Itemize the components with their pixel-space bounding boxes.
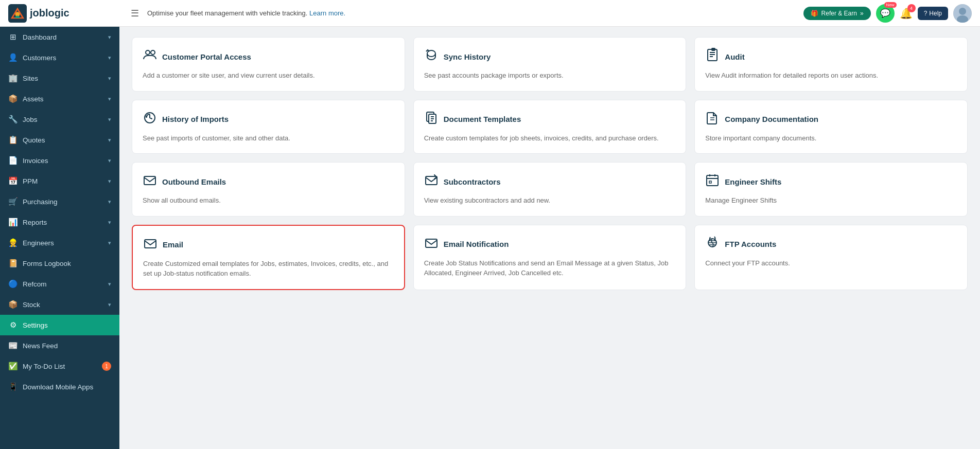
svg-rect-14 <box>144 176 155 185</box>
sidebar-label-news-feed: News Feed <box>23 342 58 350</box>
sidebar-item-jobs[interactable]: 🔧 Jobs ▾ <box>0 109 119 130</box>
top-header: joblogic ☰ Optimise your fleet managemen… <box>0 0 980 27</box>
sidebar-item-ppm[interactable]: 📅 PPM ▾ <box>0 171 119 191</box>
refer-earn-button[interactable]: 🎁 Refer & Earn » <box>803 7 871 20</box>
chevron-icon: ▾ <box>108 281 111 288</box>
svg-point-4 <box>959 8 966 15</box>
card-audit[interactable]: Audit View Audit information for detaile… <box>694 37 968 92</box>
sidebar-icon-invoices: 📄 <box>8 156 18 165</box>
card-ftp-accounts[interactable]: FTP Accounts Connect your FTP accounts. <box>694 225 968 290</box>
card-engineer-shifts[interactable]: Engineer Shifts Manage Engineer Shifts <box>694 162 968 217</box>
sidebar-item-dashboard[interactable]: ⊞ Dashboard ▾ <box>0 27 119 47</box>
sidebar-icon-sites: 🏢 <box>8 74 18 83</box>
card-email[interactable]: Email Create Customized email templates … <box>132 225 405 290</box>
card-icon-audit <box>705 48 720 65</box>
sidebar-item-my-todo[interactable]: ✅ My To-Do List 1 <box>0 356 119 376</box>
chat-button[interactable]: 💬 New <box>876 4 895 23</box>
card-icon-ftp-accounts <box>705 236 720 253</box>
card-customer-portal[interactable]: Customer Portal Access Add a customer or… <box>132 37 405 92</box>
avatar[interactable] <box>953 4 972 23</box>
sidebar-item-settings[interactable]: ⚙ Settings <box>0 315 119 335</box>
notification-button[interactable]: 🔔 4 <box>900 7 913 20</box>
sidebar-item-purchasing[interactable]: 🛒 Purchasing ▾ <box>0 191 119 212</box>
svg-point-7 <box>151 50 155 55</box>
sidebar-icon-forms-logbook: 📔 <box>8 259 18 268</box>
notification-count: 4 <box>907 4 916 12</box>
sidebar-item-reports[interactable]: 📊 Reports ▾ <box>0 212 119 232</box>
sidebar-icon-dashboard: ⊞ <box>8 32 18 42</box>
help-button[interactable]: ? Help <box>918 7 948 20</box>
sidebar-icon-download-apps: 📱 <box>8 382 18 391</box>
main-content: Customer Portal Access Add a customer or… <box>119 27 980 449</box>
card-desc-sync-history: See past accounts package imports or exp… <box>424 70 676 81</box>
sidebar-item-assets[interactable]: 📦 Assets ▾ <box>0 88 119 109</box>
chevron-icon: ▾ <box>108 219 111 226</box>
sidebar-label-engineers: Engineers <box>23 239 54 247</box>
card-icon-customer-portal <box>143 48 157 65</box>
card-title-email: Email <box>163 240 183 249</box>
card-icon-outbound-emails <box>143 173 157 190</box>
chevron-icon: ▾ <box>108 157 111 164</box>
sidebar-label-stock: Stock <box>23 301 40 309</box>
hamburger-icon[interactable]: ☰ <box>131 8 139 19</box>
sidebar-item-news-feed[interactable]: 📰 News Feed <box>0 335 119 356</box>
chat-icon: 💬 <box>880 8 890 18</box>
card-sync-history[interactable]: Sync History See past accounts package i… <box>413 37 687 92</box>
sidebar-icon-engineers: 👷 <box>8 238 18 247</box>
sidebar-item-customers[interactable]: 👤 Customers ▾ <box>0 47 119 68</box>
learn-more-link[interactable]: Learn more. <box>309 9 345 17</box>
card-icon-engineer-shifts <box>705 173 720 190</box>
sidebar-label-ppm: PPM <box>23 177 38 185</box>
arrow-icon: » <box>860 10 864 17</box>
card-icon-subcontractors <box>424 173 439 190</box>
chevron-icon: ▾ <box>108 199 111 205</box>
card-desc-email: Create Customized email templates for Jo… <box>143 259 394 279</box>
sidebar-label-quotes: Quotes <box>23 136 45 144</box>
sidebar-label-reports: Reports <box>23 219 47 226</box>
logo[interactable]: joblogic <box>8 4 127 23</box>
card-title-audit: Audit <box>725 52 744 61</box>
card-history-imports[interactable]: History of Imports See past imports of c… <box>132 100 405 154</box>
sidebar-item-sites[interactable]: 🏢 Sites ▾ <box>0 68 119 88</box>
sidebar-item-engineers[interactable]: 👷 Engineers ▾ <box>0 232 119 253</box>
sidebar-icon-ppm: 📅 <box>8 176 18 186</box>
card-icon-email-notification <box>424 236 439 253</box>
sidebar-icon-customers: 👤 <box>8 53 18 62</box>
sidebar-item-forms-logbook[interactable]: 📔 Forms Logbook <box>0 253 119 274</box>
sidebar-item-quotes[interactable]: 📋 Quotes ▾ <box>0 130 119 150</box>
card-document-templates[interactable]: Document Templates Create custom templat… <box>413 100 687 154</box>
sidebar-item-refcom[interactable]: 🔵 Refcom ▾ <box>0 274 119 294</box>
card-email-notification[interactable]: Email Notification Create Job Status Not… <box>413 225 687 290</box>
sidebar-icon-reports: 📊 <box>8 218 18 227</box>
card-icon-sync-history <box>424 48 439 65</box>
sidebar-icon-refcom: 🔵 <box>8 279 18 289</box>
sidebar-icon-my-todo: ✅ <box>8 362 18 371</box>
sidebar-label-invoices: Invoices <box>23 157 48 165</box>
chevron-icon: ▾ <box>108 301 111 308</box>
new-badge: New <box>884 2 897 8</box>
header-message: Optimise your fleet management with vehi… <box>147 9 803 17</box>
card-desc-company-docs: Store important company documents. <box>705 133 957 143</box>
sidebar-label-dashboard: Dashboard <box>23 33 57 41</box>
sidebar-icon-settings: ⚙ <box>8 320 18 330</box>
card-icon-document-templates <box>424 111 439 128</box>
sidebar-item-download-apps[interactable]: 📱 Download Mobile Apps <box>0 376 119 397</box>
gift-icon: 🎁 <box>811 10 818 17</box>
sidebar-label-jobs: Jobs <box>23 116 38 123</box>
svg-rect-18 <box>426 239 437 247</box>
sidebar-item-stock[interactable]: 📦 Stock ▾ <box>0 294 119 315</box>
chevron-icon: ▾ <box>108 137 111 143</box>
sidebar-item-invoices[interactable]: 📄 Invoices ▾ <box>0 150 119 171</box>
chevron-icon: ▾ <box>108 96 111 102</box>
chevron-icon: ▾ <box>108 75 111 82</box>
sidebar-icon-quotes: 📋 <box>8 135 18 145</box>
card-subcontractors[interactable]: Subcontractors View existing subcontract… <box>413 162 687 217</box>
card-outbound-emails[interactable]: Outbound Emails Show all outbound emails… <box>132 162 405 217</box>
sidebar-label-purchasing: Purchasing <box>23 198 58 206</box>
sidebar-icon-jobs: 🔧 <box>8 115 18 124</box>
card-title-engineer-shifts: Engineer Shifts <box>725 177 781 186</box>
svg-rect-17 <box>145 240 156 248</box>
card-desc-engineer-shifts: Manage Engineer Shifts <box>705 195 957 206</box>
card-company-docs[interactable]: Company Documentation Store important co… <box>694 100 968 154</box>
sidebar-icon-purchasing: 🛒 <box>8 197 18 206</box>
